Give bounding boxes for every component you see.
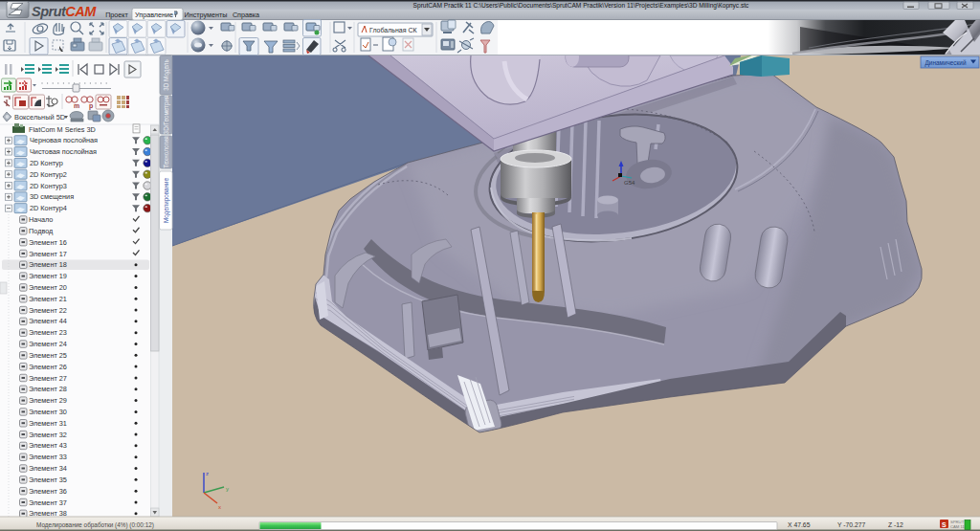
svg-text:2D Контур4: 2D Контур4 xyxy=(30,204,67,212)
svg-text:Проект: Проект xyxy=(105,11,128,19)
svg-text:Глобальная СК: Глобальная СК xyxy=(369,27,417,33)
svg-text:Элемент 31: Элемент 31 xyxy=(29,419,67,428)
svg-text:p: p xyxy=(89,102,93,110)
svg-text:SprutCAM: SprutCAM xyxy=(32,4,97,19)
svg-text:Элемент 36: Элемент 36 xyxy=(29,487,67,496)
svg-text:Элемент 16: Элемент 16 xyxy=(29,238,67,247)
svg-text:2D Контур: 2D Контур xyxy=(30,159,63,167)
svg-text:2D Контур2: 2D Контур2 xyxy=(30,170,67,179)
svg-text:Элемент 24: Элемент 24 xyxy=(29,340,67,348)
svg-text:Элемент 34: Элемент 34 xyxy=(29,464,67,473)
svg-text:Технология: Технология xyxy=(163,136,169,167)
svg-text:X 47.65: X 47.65 xyxy=(788,521,811,528)
svg-text:x: x xyxy=(218,504,221,510)
svg-text:z: z xyxy=(206,471,209,476)
svg-text:Элемент 35: Элемент 35 xyxy=(29,476,67,484)
svg-text:Управление: Управление xyxy=(135,11,173,19)
svg-text:Элемент 28: Элемент 28 xyxy=(29,385,67,393)
svg-text:Элемент 19: Элемент 19 xyxy=(29,272,67,280)
svg-text:FlatCom M Series 3D: FlatCom M Series 3D xyxy=(29,125,96,134)
svg-text:Элемент 22: Элемент 22 xyxy=(29,306,67,315)
svg-text:Элемент 37: Элемент 37 xyxy=(29,498,67,507)
svg-text:2D Контур3: 2D Контур3 xyxy=(30,182,67,190)
svg-text:Элемент 25: Элемент 25 xyxy=(29,351,67,360)
svg-text:m: m xyxy=(74,102,79,109)
svg-text:3D/Геометрия: 3D/Геометрия xyxy=(163,96,170,135)
svg-text:y: y xyxy=(226,486,229,492)
svg-text:3D Модель: 3D Модель xyxy=(163,59,170,91)
svg-text:Элемент 23: Элемент 23 xyxy=(29,328,67,337)
svg-text:Элемент 21: Элемент 21 xyxy=(29,295,67,303)
svg-text:Инструменты: Инструменты xyxy=(185,11,228,19)
svg-text:G54: G54 xyxy=(624,180,635,186)
svg-text:Черновая послойная: Черновая послойная xyxy=(30,136,98,144)
svg-text:Воксельный 5D: Воксельный 5D xyxy=(14,113,65,122)
svg-text:Элемент 27: Элемент 27 xyxy=(29,374,67,383)
svg-text:Z -12: Z -12 xyxy=(888,521,903,528)
svg-text:Подвод: Подвод xyxy=(29,227,54,235)
svg-text:Начало: Начало xyxy=(29,215,53,224)
svg-text:S: S xyxy=(942,521,947,528)
svg-text:Элемент 33: Элемент 33 xyxy=(29,453,67,461)
svg-text:Элемент 30: Элемент 30 xyxy=(29,408,67,416)
svg-text:SprutCAM Practik 11 C:\Users: SprutCAM Practik 11 C:\Users\Public\Docu… xyxy=(413,2,750,10)
svg-text:Элемент 29: Элемент 29 xyxy=(29,396,67,405)
svg-text:Чистовая послойная: Чистовая послойная xyxy=(30,147,97,156)
svg-text:Справка: Справка xyxy=(233,11,259,19)
svg-text:Элемент 20: Элемент 20 xyxy=(29,283,67,292)
svg-text:Элемент 26: Элемент 26 xyxy=(29,363,67,371)
svg-text:Элемент 32: Элемент 32 xyxy=(29,431,67,439)
svg-text:Динамический: Динамический xyxy=(925,59,967,67)
svg-text:3D смещения: 3D смещения xyxy=(30,192,74,201)
svg-text:Элемент 18: Элемент 18 xyxy=(29,260,67,269)
svg-text:Элемент 44: Элемент 44 xyxy=(29,317,67,325)
svg-text:Элемент 43: Элемент 43 xyxy=(29,441,67,450)
svg-text:Элемент 17: Элемент 17 xyxy=(29,250,67,258)
svg-text:Моделирование обработки (4%) (: Моделирование обработки (4%) (0:00:12) xyxy=(36,521,154,529)
svg-text:CAM 11: CAM 11 xyxy=(950,524,965,529)
svg-text:Моделирование: Моделирование xyxy=(163,177,170,223)
svg-text:Y -70.277: Y -70.277 xyxy=(837,521,866,528)
